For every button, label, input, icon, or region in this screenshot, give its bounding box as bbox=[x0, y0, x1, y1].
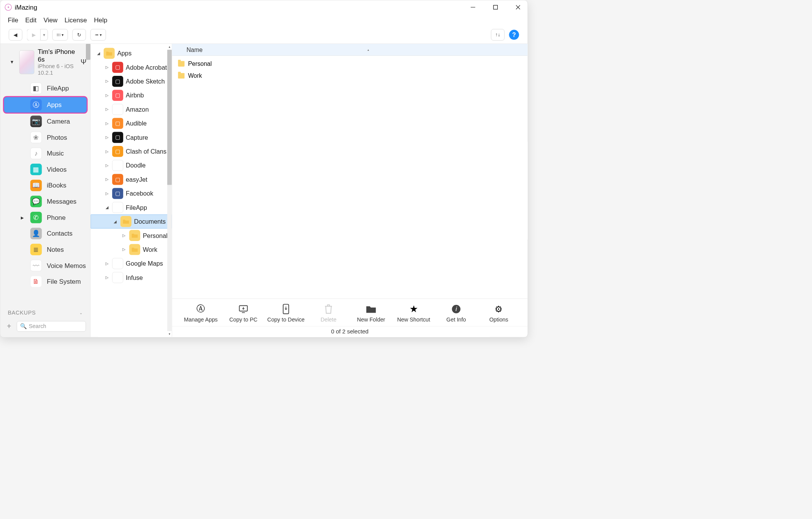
list-header-name: Name bbox=[186, 46, 203, 53]
status-bar: 0 of 2 selected bbox=[172, 326, 528, 337]
sidebar-item-camera[interactable]: 📷Camera bbox=[0, 113, 91, 129]
action-get-info[interactable]: iGet Info bbox=[435, 303, 478, 323]
folder-icon bbox=[129, 230, 141, 241]
new-folder-icon bbox=[365, 303, 377, 315]
chevron-down-icon: ◢ bbox=[104, 205, 110, 210]
add-button[interactable]: + bbox=[5, 322, 13, 331]
menu-license[interactable]: License bbox=[64, 16, 87, 24]
menu-help[interactable]: Help bbox=[94, 16, 107, 24]
sidebar-item-label: Contacts bbox=[47, 229, 73, 237]
tree-folder-personal[interactable]: ▷Personal bbox=[91, 228, 172, 242]
tree-root-apps[interactable]: ◢Apps bbox=[91, 46, 172, 60]
svg-rect-1 bbox=[493, 5, 497, 9]
sidebar-item-apps[interactable]: ⒶApps bbox=[4, 97, 87, 113]
sort-options-button[interactable]: ≔ ▾ bbox=[91, 29, 106, 40]
list-item-work[interactable]: Work bbox=[172, 70, 528, 82]
tree-app-facebook[interactable]: ▷▢Facebook bbox=[91, 186, 172, 200]
app-icon: ▢ bbox=[112, 104, 123, 115]
sidebar-item-label: Messages bbox=[47, 198, 77, 205]
tree-app-adobe-acrobat[interactable]: ▷▢Adobe Acrobat bbox=[91, 60, 172, 74]
folder-icon bbox=[104, 48, 115, 59]
action-new-folder[interactable]: New Folder bbox=[350, 303, 393, 323]
tree-app-doodle[interactable]: ▷▢Doodle bbox=[91, 158, 172, 172]
app-title: iMazing bbox=[15, 3, 37, 11]
sidebar-item-messages[interactable]: 💬Messages bbox=[0, 193, 91, 209]
action-label: Delete bbox=[320, 316, 336, 323]
menu-view[interactable]: View bbox=[44, 16, 57, 24]
action-manage-apps[interactable]: ⒶManage Apps bbox=[180, 303, 222, 323]
nav-back-button[interactable]: ◀ bbox=[9, 29, 22, 40]
tree-app-audible[interactable]: ▷▢Audible bbox=[91, 116, 172, 130]
sidebar-item-contacts[interactable]: 👤Contacts bbox=[0, 226, 91, 242]
nav-history-dropdown[interactable]: ▼ bbox=[40, 29, 48, 40]
sidebar-item-fileapp[interactable]: ◧FileApp bbox=[0, 80, 91, 97]
folder-icon bbox=[178, 73, 185, 79]
sidebar-scrollbar[interactable] bbox=[86, 44, 91, 60]
action-label: New Folder bbox=[357, 316, 385, 323]
tree-app-google-maps[interactable]: ▷▢Google Maps bbox=[91, 256, 172, 270]
tree-label: Work bbox=[143, 246, 158, 253]
app-icon: ▢ bbox=[112, 202, 123, 213]
refresh-button[interactable]: ↻ bbox=[72, 29, 86, 40]
tree-app-clash-of-clans[interactable]: ▷▢Clash of Clans bbox=[91, 144, 172, 158]
search-input[interactable]: 🔍 Search bbox=[17, 321, 86, 331]
tree-app-amazon[interactable]: ▷▢Amazon bbox=[91, 102, 172, 116]
tree-app-easyjet[interactable]: ▷▢easyJet bbox=[91, 172, 172, 186]
toolbar: ◀ ▶ ▼ ⁞⁞⁞ ▾ ↻ ≔ ▾ ↑↓ ? bbox=[0, 26, 528, 44]
status-text: 0 of 2 selected bbox=[331, 328, 368, 335]
transfer-button[interactable]: ↑↓ bbox=[491, 29, 505, 40]
sidebar-item-notes[interactable]: ≣Notes bbox=[0, 241, 91, 258]
tree-app-capture[interactable]: ▷▢Capture bbox=[91, 131, 172, 144]
scroll-down-icon[interactable]: ▾ bbox=[167, 331, 172, 337]
chevron-right-icon: ▷ bbox=[104, 107, 110, 112]
sidebar-item-photos[interactable]: ❀Photos bbox=[0, 129, 91, 146]
view-mode-button[interactable]: ⁞⁞⁞ ▾ bbox=[52, 29, 68, 40]
notes-icon: ≣ bbox=[30, 244, 42, 255]
action-copy-to-pc[interactable]: Copy to PC bbox=[222, 303, 265, 323]
app-window: ✦ iMazing File Edit View License Help ◀ … bbox=[0, 0, 528, 337]
tree-folder-work[interactable]: ▷Work bbox=[91, 243, 172, 256]
sidebar-item-label: Camera bbox=[47, 117, 70, 125]
sidebar-item-videos[interactable]: ▦Videos bbox=[0, 161, 91, 177]
sidebar-item-file-system[interactable]: 🗎File System bbox=[0, 273, 91, 290]
help-button[interactable]: ? bbox=[509, 30, 519, 40]
sidebar-item-voice-memos[interactable]: 〰Voice Memos bbox=[0, 258, 91, 274]
tree-app-airbnb[interactable]: ▷▢Airbnb bbox=[91, 88, 172, 102]
backups-section-header[interactable]: BACKUPS ⌄ bbox=[0, 307, 91, 319]
svg-text:Ⓐ: Ⓐ bbox=[196, 304, 205, 313]
tree-app-fileapp[interactable]: ◢▢FileApp bbox=[91, 201, 172, 214]
maximize-button[interactable] bbox=[490, 2, 500, 12]
nav-forward-button[interactable]: ▶ bbox=[27, 29, 40, 40]
close-button[interactable] bbox=[513, 2, 523, 12]
videos-icon: ▦ bbox=[30, 164, 42, 175]
sidebar-item-phone[interactable]: ▶✆Phone bbox=[0, 209, 91, 226]
minimize-button[interactable] bbox=[468, 2, 478, 12]
folder-icon bbox=[121, 216, 132, 227]
tree-label: Apps bbox=[117, 50, 131, 57]
menu-edit[interactable]: Edit bbox=[25, 16, 37, 24]
tree-app-infuse[interactable]: ▷▢Infuse bbox=[91, 271, 172, 285]
action-new-shortcut[interactable]: ★New Shortcut bbox=[393, 303, 435, 323]
folder-icon bbox=[178, 61, 185, 67]
chevron-right-icon: ▷ bbox=[104, 163, 110, 168]
device-header[interactable]: ▼ Tim's iPhone 6s iPhone 6 - iOS 10.2.1 … bbox=[0, 44, 91, 80]
search-placeholder: Search bbox=[29, 323, 46, 330]
list-header[interactable]: Name ▴ bbox=[172, 44, 528, 56]
list-item-personal[interactable]: Personal bbox=[172, 58, 528, 70]
tree-folder-documents[interactable]: ◢Documents bbox=[91, 214, 172, 228]
sidebar-item-music[interactable]: ♪Music bbox=[0, 146, 91, 162]
action-label: Get Info bbox=[446, 316, 466, 323]
action-options[interactable]: ⚙Options bbox=[478, 303, 520, 323]
tree-scrollbar[interactable]: ▴ ▾ bbox=[167, 44, 172, 337]
tree-label: Infuse bbox=[126, 274, 143, 281]
sidebar-item-ibooks[interactable]: 📖iBooks bbox=[0, 177, 91, 194]
scroll-up-icon[interactable]: ▴ bbox=[167, 44, 172, 50]
app-icon: ▢ bbox=[112, 146, 123, 157]
tree-label: Audible bbox=[126, 120, 147, 127]
tree-app-adobe-sketch[interactable]: ▷▢Adobe Sketch bbox=[91, 74, 172, 88]
menu-file[interactable]: File bbox=[8, 16, 18, 24]
action-copy-to-device[interactable]: Copy to Device bbox=[265, 303, 307, 323]
sidebar-scroll[interactable]: ▼ Tim's iPhone 6s iPhone 6 - iOS 10.2.1 … bbox=[0, 44, 91, 307]
chevron-down-icon: ▼ bbox=[10, 59, 14, 65]
app-icon: ▢ bbox=[112, 132, 123, 143]
